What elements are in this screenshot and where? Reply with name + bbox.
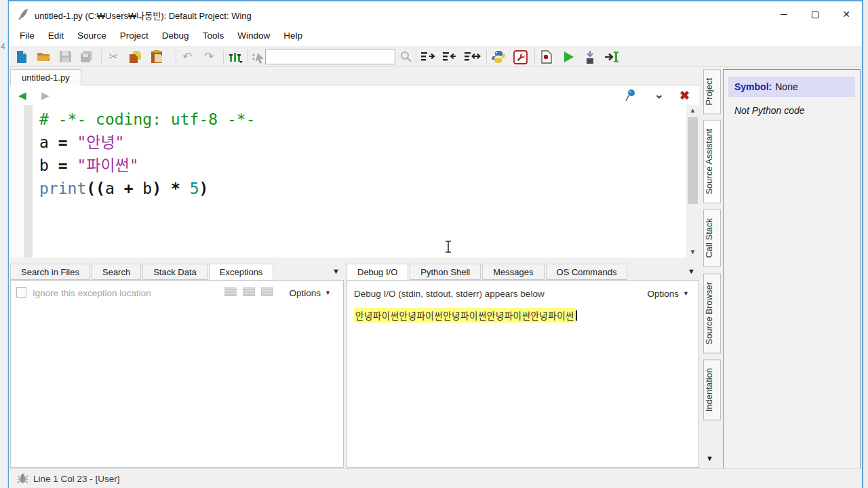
scroll-down-icon[interactable]: ▼ [686,247,699,258]
screen: 4 untitled-1.py (C:₩Users₩나동빈): Default … [0,0,868,488]
run-debug-icon[interactable] [561,49,576,64]
menu-help[interactable]: Help [277,27,309,44]
options-caret-icon: ▼ [683,290,689,297]
debug-output-text: 안녕파이썬안녕파이썬안녕파이썬안녕파이썬안녕파이썬 [354,308,576,323]
source-assistant-panel: Symbol:None Not Python code [723,69,861,469]
save-icon[interactable] [58,49,73,64]
exceptions-panel: Ignore this exception location Options▼ [10,280,344,468]
search-magnifier-icon[interactable] [398,49,413,64]
tab-python-shell[interactable]: Python Shell [410,264,481,280]
right-tabs-overflow-icon[interactable]: ▼ [688,267,695,275]
menu-edit[interactable]: Edit [41,27,71,44]
tab-debug-i-o[interactable]: Debug I/O [347,264,408,280]
configure-wrench-icon[interactable] [513,49,528,64]
sidebar-tab-source-browser[interactable]: Source Browser [703,273,721,353]
text-caret [576,310,577,321]
debug-io-header: Debug I/O (stdin, stdout, stderr) appear… [354,289,545,299]
wing-ide-window: untitled-1.py (C:₩Users₩나동빈): Default Pr… [8,0,863,488]
code-editor[interactable]: # -*- coding: utf-8 -*-a = "안녕"b = "파이썬"… [10,105,699,258]
python-icon[interactable] [491,49,506,64]
ignore-exception-label: Ignore this exception location [33,288,151,298]
save-all-icon[interactable] [79,49,94,64]
sidebar-overflow-icon[interactable]: ▼ [706,454,713,462]
open-folder-icon[interactable] [36,49,51,64]
nav-forward-icon[interactable]: ▶ [41,89,50,102]
status-line-col: Line 1 Col 23 - [User] [33,474,120,484]
title-bar: untitled-1.py (C:₩Users₩나동빈): Default Pr… [9,1,862,27]
indent-match-icon[interactable] [464,49,479,64]
exception-next-icon[interactable] [261,287,273,296]
debug-probe-icon[interactable] [228,49,243,64]
status-bar: Line 1 Col 23 - [User] [9,468,862,488]
exceptions-options-button[interactable]: Options▼ [290,288,331,298]
maximize-icon[interactable] [800,1,831,27]
editor-scrollbar[interactable]: ▲ ▼ [686,105,699,258]
code-line: b = "파이썬" [39,154,686,177]
toolbar-search-input[interactable] [265,49,395,64]
left-panel-tabs: ▼ Search in FilesSearchStack DataExcepti… [10,264,344,281]
debug-output-row[interactable]: 안녕파이썬안녕파이썬안녕파이썬안녕파이썬안녕파이썬 [354,308,692,321]
toolbar: ✂ ↶ ↷ [9,46,862,67]
fold-margin[interactable] [24,105,33,258]
close-file-icon[interactable]: ✖ [679,88,690,103]
paste-icon[interactable] [149,49,164,64]
undo-icon[interactable]: ↶ [180,49,195,64]
close-icon[interactable]: ✕ [831,1,862,27]
code-line: print((a + b) * 5) [39,177,686,200]
exception-prev-icon[interactable] [224,287,237,296]
debug-io-options-button[interactable]: Options▼ [648,289,689,299]
tab-exceptions[interactable]: Exceptions [209,264,274,280]
sidebar-tab-source-assistant[interactable]: Source Assistant [703,120,721,203]
menu-debug[interactable]: Debug [155,27,196,44]
right-panel-tabs: ▼ Debug I/OPython ShellMessagesOS Comman… [347,264,699,281]
cut-icon[interactable]: ✂ [106,49,121,64]
copy-icon[interactable] [127,49,142,64]
chevron-down-icon[interactable]: ⌄ [654,87,664,102]
source-assistant-note: Not Python code [734,105,805,116]
run-to-cursor-icon[interactable] [583,49,597,64]
toggle-breakpoint-icon[interactable] [539,49,554,64]
sidebar-tab-project[interactable]: Project [703,69,721,114]
tab-messages[interactable]: Messages [482,264,544,280]
left-tabs-overflow-icon[interactable]: ▼ [332,267,340,275]
symbol-row: Symbol:None [728,77,855,97]
step-into-icon[interactable] [604,49,619,64]
scrollbar-thumb[interactable] [688,117,698,204]
ignore-exception-checkbox[interactable] [16,287,26,298]
debug-io-panel[interactable]: Debug I/O (stdin, stdout, stderr) appear… [347,280,699,468]
tab-search[interactable]: Search [92,264,141,280]
pin-icon[interactable] [623,88,637,106]
background-stray-text: 4 [1,42,5,52]
code-line: # -*- coding: utf-8 -*- [39,108,686,131]
symbol-value: None [775,81,797,92]
exception-show-icon[interactable] [243,287,255,296]
tab-search-in-files[interactable]: Search in Files [10,264,90,280]
menu-file[interactable]: File [13,27,41,44]
select-cursor-icon[interactable] [252,49,267,64]
mouse-ibeam-cursor [444,241,452,256]
menu-project[interactable]: Project [113,27,155,44]
symbol-label: Symbol: [734,81,772,92]
window-title: untitled-1.py (C:₩Users₩나동빈): Default Pr… [35,9,252,22]
breakpoint-margin[interactable] [10,105,24,258]
minimize-icon[interactable]: ─ [768,1,800,27]
editor-group: untitled-1.py ◀ ▶ ⌄ ✖ # -*- coding: utf-… [10,69,699,258]
bug-icon[interactable] [17,473,28,487]
indent-right-icon[interactable] [420,49,435,64]
new-file-icon[interactable] [14,49,29,64]
menu-window[interactable]: Window [231,27,277,44]
scroll-up-icon[interactable]: ▲ [686,105,699,116]
redo-icon[interactable]: ↷ [201,49,216,64]
menu-source[interactable]: Source [71,27,113,44]
background-window-edge: 4 [0,0,8,488]
indent-left-icon[interactable] [442,49,457,64]
sidebar-tab-indentation[interactable]: Indentation [703,359,721,420]
tab-stack-data[interactable]: Stack Data [142,264,208,280]
editor-tab-untitled[interactable]: untitled-1.py [10,69,81,85]
nav-back-icon[interactable]: ◀ [18,89,26,102]
sidebar-tab-strip: ▼ ProjectSource AssistantCall StackSourc… [699,69,724,469]
menu-tools[interactable]: Tools [196,27,231,44]
tab-os-commands[interactable]: OS Commands [546,264,628,280]
sidebar-tab-call-stack[interactable]: Call Stack [703,209,721,267]
menu-bar: FileEditSourceProjectDebugToolsWindowHel… [9,27,862,46]
